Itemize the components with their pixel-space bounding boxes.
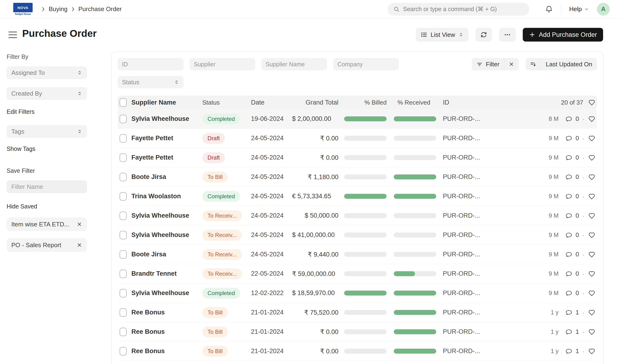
- supplier-name-filter-input[interactable]: [261, 58, 327, 70]
- like-button[interactable]: [588, 193, 596, 200]
- id-filter-input[interactable]: [118, 58, 183, 70]
- comment-button[interactable]: [565, 232, 572, 239]
- select-all-checkbox[interactable]: [119, 98, 127, 107]
- like-button[interactable]: [588, 231, 596, 239]
- hide-saved-link[interactable]: Hide Saved: [7, 203, 88, 210]
- filter-button[interactable]: Filter: [472, 58, 504, 70]
- row-checkbox[interactable]: [119, 308, 127, 317]
- sort-field-button[interactable]: Last Updated On: [541, 58, 597, 70]
- help-menu[interactable]: Help: [569, 5, 589, 13]
- received-progress-cell: [394, 252, 436, 257]
- assigned-to-select[interactable]: Assigned To: [7, 66, 87, 79]
- sort-descending-icon: [530, 61, 536, 68]
- add-purchase-order-button[interactable]: Add Purchase Order: [523, 28, 603, 41]
- saved-filter-chip[interactable]: PO - Sales Report: [7, 238, 87, 252]
- table-row[interactable]: Sylvia Wheelhouse Completed 12-02-2022 $…: [118, 284, 597, 303]
- column-id[interactable]: ID: [443, 99, 514, 106]
- global-search[interactable]: [388, 3, 529, 16]
- show-tags-link[interactable]: Show Tags: [7, 146, 88, 152]
- column-percent-received[interactable]: % Received: [394, 99, 436, 106]
- column-percent-billed[interactable]: % Billed: [344, 99, 387, 106]
- row-checkbox[interactable]: [119, 347, 127, 356]
- row-checkbox[interactable]: [119, 270, 127, 278]
- like-button[interactable]: [588, 212, 596, 219]
- comment-button[interactable]: [565, 135, 572, 142]
- like-button[interactable]: [588, 328, 596, 336]
- comment-button[interactable]: [565, 251, 572, 258]
- supplier-filter-input[interactable]: [190, 58, 255, 70]
- saved-filter-chip[interactable]: Item wise ETA ETD...: [7, 218, 87, 231]
- comment-button[interactable]: [565, 212, 572, 219]
- like-button[interactable]: [588, 347, 596, 355]
- like-button[interactable]: [588, 290, 596, 297]
- row-checkbox[interactable]: [119, 328, 127, 336]
- column-status[interactable]: Status: [202, 99, 251, 106]
- table-row[interactable]: Sylvia Wheelhouse To Receiv... 24-05-202…: [118, 206, 597, 225]
- liked-filter-button[interactable]: [588, 99, 596, 106]
- like-button[interactable]: [588, 251, 596, 258]
- status-filter-select[interactable]: Status: [118, 76, 183, 88]
- comment-button[interactable]: [565, 348, 572, 355]
- row-checkbox[interactable]: [119, 231, 127, 239]
- breadcrumb-purchase-order[interactable]: Purchase Order: [78, 5, 122, 13]
- column-supplier-name[interactable]: Supplier Name: [131, 99, 202, 106]
- table-row[interactable]: Sylvia Wheelhouse Completed 19-06-2024 $…: [118, 109, 597, 129]
- row-checkbox[interactable]: [119, 134, 127, 143]
- like-button[interactable]: [588, 154, 596, 162]
- app-logo[interactable]: NOVA Gadget House: [13, 3, 33, 15]
- received-progress-cell: [394, 136, 436, 141]
- table-row[interactable]: Boote Jirsa To Receiv... 24-05-2024 ₹ 9,…: [118, 245, 597, 264]
- like-button[interactable]: [588, 115, 596, 123]
- created-by-select[interactable]: Created By: [7, 87, 87, 100]
- row-checkbox[interactable]: [119, 212, 127, 220]
- row-checkbox[interactable]: [119, 173, 127, 181]
- table-row[interactable]: Ree Bonus To Bill 21-01-2024 ₹ 75,520.00…: [118, 303, 597, 322]
- view-switcher-button[interactable]: List View: [416, 28, 468, 41]
- comment-button[interactable]: [565, 174, 572, 181]
- sidebar-toggle-button[interactable]: [8, 32, 18, 38]
- table-row[interactable]: Trina Woolaston Completed 24-05-2024 € 5…: [118, 187, 597, 206]
- comment-button[interactable]: [565, 328, 572, 335]
- supplier-name-cell: Ree Bonus: [131, 347, 202, 355]
- row-checkbox[interactable]: [119, 192, 127, 201]
- row-checkbox[interactable]: [119, 153, 127, 162]
- row-checkbox[interactable]: [119, 250, 127, 259]
- row-checkbox[interactable]: [119, 115, 127, 123]
- comment-button[interactable]: [565, 290, 572, 297]
- column-grand-total[interactable]: Grand Total: [292, 99, 338, 106]
- edit-filters-link[interactable]: Edit Filters: [7, 108, 88, 115]
- filter-name-input[interactable]: [7, 180, 87, 193]
- status-badge: To Bill: [202, 307, 228, 318]
- tags-select[interactable]: Tags: [7, 125, 87, 138]
- refresh-button[interactable]: [475, 28, 492, 41]
- breadcrumb-buying[interactable]: Buying: [49, 5, 68, 13]
- comment-button[interactable]: [565, 193, 572, 200]
- notifications-button[interactable]: [545, 5, 553, 13]
- like-button[interactable]: [588, 270, 596, 278]
- table-row[interactable]: Sylvia Wheelhouse To Receiv... 24-05-202…: [118, 225, 597, 245]
- table-row[interactable]: Fayette Pettet Draft 24-05-2024 ₹ 0.00 P…: [118, 148, 597, 167]
- comment-button[interactable]: [565, 270, 572, 277]
- like-button[interactable]: [588, 135, 596, 142]
- search-input[interactable]: [403, 6, 524, 13]
- close-icon[interactable]: [77, 242, 82, 248]
- avatar[interactable]: A: [597, 3, 610, 16]
- sort-direction-button[interactable]: [525, 58, 541, 70]
- close-icon[interactable]: [77, 221, 82, 227]
- table-row[interactable]: Fayette Pettet Draft 24-05-2024 ₹ 0.00 P…: [118, 129, 597, 148]
- like-button[interactable]: [588, 309, 596, 316]
- comment-button[interactable]: [565, 309, 572, 316]
- comment-button[interactable]: [565, 115, 572, 123]
- table-row[interactable]: Boote Jirsa To Bill 24-05-2024 ₹ 1,180.0…: [118, 167, 597, 187]
- comment-button[interactable]: [565, 154, 572, 161]
- more-options-button[interactable]: [499, 28, 516, 41]
- comment-count: 0: [576, 251, 579, 258]
- row-checkbox[interactable]: [119, 289, 127, 297]
- table-row[interactable]: Ree Bonus To Bill 21-01-2024 ₹ 0.00 PUR-…: [118, 342, 597, 361]
- column-date[interactable]: Date: [251, 99, 292, 106]
- clear-filter-button[interactable]: [504, 58, 519, 70]
- table-row[interactable]: Brandtr Tennet To Receiv... 22-05-2024 ₹…: [118, 264, 597, 284]
- table-row[interactable]: Ree Bonus To Bill 21-01-2024 ₹ 0.00 PUR-…: [118, 322, 597, 342]
- company-filter-input[interactable]: [333, 58, 399, 70]
- like-button[interactable]: [588, 173, 596, 181]
